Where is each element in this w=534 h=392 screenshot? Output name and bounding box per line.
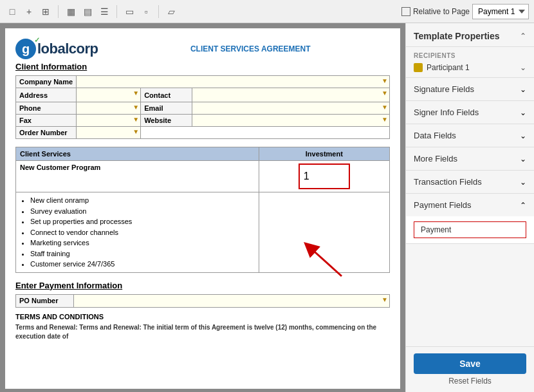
data-fields-label: Data Fields [414, 131, 456, 140]
investment-col-header: Investment [259, 147, 389, 161]
document-area[interactable]: g ✓ lobalcorp CLIENT SERVICES AGREEMENT … [0, 23, 405, 392]
toolbar-btn-5[interactable]: ▤ [80, 5, 95, 19]
payment-chevron-up-icon: ⌃ [520, 201, 526, 210]
list-item: Survey evaluation [30, 206, 255, 217]
po-arrow-icon: ▼ [382, 296, 388, 303]
payment-button[interactable]: Payment [414, 221, 526, 238]
doc-page: g ✓ lobalcorp CLIENT SERVICES AGREEMENT … [5, 28, 400, 389]
address-label: Address [16, 88, 77, 102]
toolbar-btn-6[interactable]: ☰ [97, 5, 111, 19]
list-item: Set up properties and processes [30, 216, 255, 227]
signer-info-chevron-icon: ⌄ [520, 108, 526, 117]
order-number-input[interactable] [77, 127, 141, 139]
contact-input[interactable] [192, 88, 390, 102]
signature-fields-section: Signature Fields ⌄ [406, 78, 534, 101]
table-row: Order Number [16, 127, 390, 139]
payment-fields-label: Payment Fields [414, 200, 472, 210]
data-fields-chevron-icon: ⌄ [520, 131, 526, 140]
right-panel: Template Properties ⌃ RECIPIENTS Partici… [405, 23, 534, 392]
toolbar-btn-4[interactable]: ▦ [64, 5, 78, 19]
phone-input[interactable] [77, 102, 141, 115]
transaction-fields-section: Transaction Fields ⌄ [406, 171, 534, 194]
toolbar-btn-7[interactable]: ▭ [122, 5, 136, 19]
po-table: PO Number ▼ [15, 294, 390, 308]
email-input[interactable] [192, 102, 390, 115]
toolbar-btn-2[interactable]: + [22, 5, 36, 19]
relative-label: Relative to Page [413, 7, 470, 16]
company-name-input[interactable] [77, 76, 390, 88]
website-label: Website [141, 115, 192, 127]
reset-link[interactable]: Reset Fields [414, 377, 526, 386]
terms-title: TERMS AND CONDITIONS [15, 313, 390, 321]
main-container: g ✓ lobalcorp CLIENT SERVICES AGREEMENT … [0, 23, 534, 392]
data-fields-header[interactable]: Data Fields ⌄ [406, 124, 534, 147]
transaction-fields-header[interactable]: Transaction Fields ⌄ [406, 171, 534, 193]
participant-chevron-icon[interactable]: ⌄ [520, 63, 526, 72]
payment-fields-section: Payment Fields ⌃ Payment [406, 194, 534, 244]
panel-spacer [406, 244, 534, 346]
services-col-header: Client Services [16, 147, 259, 161]
panel-title: Template Properties [414, 31, 500, 41]
list-item: New client onramp [30, 195, 255, 206]
participant-name: Participant 1 [427, 63, 520, 72]
recipients-section: RECIPIENTS Participant 1 ⌄ [406, 47, 534, 78]
panel-header: Template Properties ⌃ [406, 23, 534, 47]
services-section: Client Services Investment New Customer … [15, 147, 390, 273]
investment-input[interactable]: 1 [299, 163, 350, 189]
payment-section-title: Enter Payment Information [15, 281, 390, 290]
table-row: Address Contact [16, 88, 390, 102]
more-fields-label: More Fields [414, 154, 457, 163]
more-fields-chevron-icon: ⌄ [520, 154, 526, 163]
save-button[interactable]: Save [414, 353, 526, 374]
page-select[interactable]: Payment 1 [472, 4, 529, 19]
signer-info-label: Signer Info Fields [414, 107, 479, 117]
list-item: Connect to vendor channels [30, 227, 255, 238]
participant-color [414, 63, 423, 72]
panel-chevron-icon[interactable]: ⌃ [520, 32, 526, 41]
website-input[interactable] [192, 115, 390, 127]
client-info-title: Client Information [15, 62, 390, 71]
phone-label: Phone [16, 102, 77, 115]
payment-fields-header[interactable]: Payment Fields ⌃ [406, 194, 534, 216]
more-fields-section: More Fields ⌄ [406, 147, 534, 171]
recipients-label: RECIPIENTS [414, 52, 526, 59]
signature-chevron-icon: ⌄ [520, 85, 526, 94]
order-number-label: Order Number [16, 127, 77, 139]
po-row: PO Number ▼ [16, 294, 390, 307]
signature-fields-header[interactable]: Signature Fields ⌄ [406, 78, 534, 100]
address-input[interactable] [77, 88, 141, 102]
transaction-chevron-icon: ⌄ [520, 178, 526, 187]
terms-text: Terms and Renewal: Terms and Renewal: Th… [15, 323, 390, 341]
signer-info-section: Signer Info Fields ⌄ [406, 101, 534, 124]
panel-bottom: Save Reset Fields [406, 346, 534, 392]
investment-empty [259, 192, 389, 273]
more-fields-header[interactable]: More Fields ⌄ [406, 147, 534, 170]
toolbar-btn-3[interactable]: ⊞ [39, 5, 53, 19]
services-list-row: New client onramp Survey evaluation Set … [16, 192, 390, 273]
client-info-table: Company Name Address Contact Phone Email [15, 75, 390, 139]
relative-checkbox[interactable] [401, 7, 410, 16]
po-number-label: PO Number [16, 294, 74, 307]
table-row: Company Name [16, 76, 390, 88]
list-item: Marketing services [30, 238, 255, 248]
po-number-input[interactable]: ▼ [74, 294, 390, 307]
list-item: Customer service 24/7/365 [30, 259, 255, 270]
logo-text: lobalcorp [37, 41, 98, 57]
toolbar-relative-container: Relative to Page [401, 7, 470, 16]
services-header-row: Client Services Investment [16, 147, 390, 161]
terms-label: Terms and Renewal: [15, 324, 79, 331]
fax-label: Fax [16, 115, 77, 127]
doc-title: CLIENT SERVICES AGREEMENT [98, 44, 390, 53]
signer-info-header[interactable]: Signer Info Fields ⌄ [406, 101, 534, 124]
services-table: Client Services Investment New Customer … [15, 147, 390, 273]
payment-fields-content: Payment [406, 216, 534, 243]
logo-circle: g [15, 39, 36, 59]
toolbar-btn-8[interactable]: ▫ [139, 5, 153, 19]
table-row: New Customer Program 1 [16, 161, 390, 192]
signature-fields-label: Signature Fields [414, 84, 474, 94]
company-name-label: Company Name [16, 76, 77, 88]
fax-input[interactable] [77, 115, 141, 127]
empty-cell [141, 127, 390, 139]
toolbar-btn-9[interactable]: ▱ [164, 5, 178, 19]
toolbar-btn-1[interactable]: □ [5, 5, 19, 19]
